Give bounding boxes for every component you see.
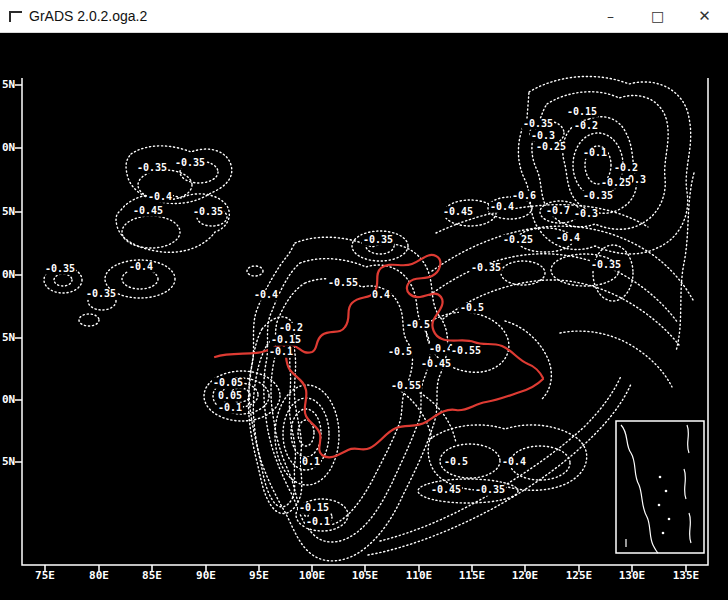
contour-label: -0.4 bbox=[147, 192, 173, 203]
x-axis-label: 80E bbox=[89, 569, 109, 582]
contour-label: -0.35 bbox=[136, 163, 168, 174]
x-axis-label: 85E bbox=[142, 569, 162, 582]
inset-coastline bbox=[621, 425, 658, 553]
contour-label: -0.5 bbox=[459, 303, 485, 314]
x-axis-label: 110E bbox=[406, 569, 433, 582]
contour-label: -0.5 bbox=[387, 347, 413, 358]
contour-label: -0.3 bbox=[530, 131, 556, 142]
contour-label: -0.15 bbox=[298, 503, 330, 514]
x-axis-label: 125E bbox=[566, 569, 593, 582]
y-axis-label: 5N bbox=[2, 205, 15, 218]
contour-label: -0.25 bbox=[535, 142, 567, 153]
y-axis-label: 0N bbox=[2, 141, 15, 154]
x-axis-label: 105E bbox=[352, 569, 379, 582]
contour-label: -0.45 bbox=[132, 206, 164, 217]
contour-label: -0.15 bbox=[270, 335, 302, 346]
contour-label: -0.45 bbox=[430, 485, 462, 496]
contour-label: -0.55 bbox=[390, 381, 422, 392]
contour-label: -0.1 bbox=[582, 148, 608, 159]
contour-label: -0.2 bbox=[573, 121, 599, 132]
contour-label: -0.4 bbox=[489, 202, 515, 213]
contour-label: -0.7 bbox=[545, 206, 571, 217]
contour-label: -0.1 bbox=[217, 403, 243, 414]
yellow-river-line bbox=[215, 255, 543, 378]
y-axis-label: 0N bbox=[2, 393, 15, 406]
x-axis-label: 115E bbox=[459, 569, 486, 582]
contour-label: -0.4 bbox=[555, 233, 581, 244]
contour-label: -0.25 bbox=[502, 235, 534, 246]
inset-islands-arc bbox=[684, 425, 691, 543]
contour-label: -0.35 bbox=[192, 207, 224, 218]
y-axis-label: 5N bbox=[2, 331, 15, 344]
x-axis-label: 135E bbox=[673, 569, 700, 582]
y-axis-label: 5N bbox=[2, 455, 15, 468]
contour-label: -0.4 bbox=[501, 457, 527, 468]
y-axis-label: 5N bbox=[2, 78, 15, 91]
contour-label: -0.1 bbox=[305, 517, 331, 528]
contour-label: -0.35 bbox=[474, 485, 506, 496]
contour-label: -0.4 bbox=[128, 262, 154, 273]
contour-label: 0.1 bbox=[301, 457, 321, 468]
contour-plot bbox=[0, 33, 728, 600]
window-title: GrADS 2.0.2.oga.2 bbox=[29, 8, 147, 24]
contour-label: -0.05 bbox=[212, 378, 244, 389]
contour-label: -0.4 bbox=[253, 290, 279, 301]
contour-label: -0.35 bbox=[44, 264, 76, 275]
close-button[interactable]: ✕ bbox=[681, 0, 728, 32]
y-axis-label: 0N bbox=[2, 268, 15, 281]
contour-label: 0.05 bbox=[217, 391, 243, 402]
contour-label: -0.25 bbox=[600, 178, 632, 189]
x-axis-label: 95E bbox=[249, 569, 269, 582]
x-axis-label: 100E bbox=[299, 569, 326, 582]
contour-label: -0.6 bbox=[511, 191, 537, 202]
river-lines bbox=[215, 255, 543, 457]
contour-label: -0.55 bbox=[450, 346, 482, 357]
x-axis-label: 75E bbox=[35, 569, 55, 582]
x-axis-label: 90E bbox=[196, 569, 216, 582]
contour-label: -0.1 bbox=[268, 347, 294, 358]
plot-canvas[interactable]: 5N0N5N0N5N0N5N75E80E85E90E95E100E105E110… bbox=[0, 33, 728, 600]
contour-label: -0.55 bbox=[327, 278, 359, 289]
contour-label: -0.35 bbox=[470, 263, 502, 274]
contour-label: 0.4 bbox=[371, 290, 391, 301]
contour-label: -0.35 bbox=[582, 191, 614, 202]
contour-label: -0.35 bbox=[362, 235, 394, 246]
contour-label: -0.35 bbox=[590, 260, 622, 271]
inset-map bbox=[616, 421, 704, 553]
x-axis-label: 120E bbox=[512, 569, 539, 582]
contour-label: -0.5 bbox=[443, 457, 469, 468]
contour-label: -0.2 bbox=[278, 323, 304, 334]
contour-label: -0.35 bbox=[522, 119, 554, 130]
contour-label: -0.45 bbox=[442, 207, 474, 218]
contour-label: -0.45 bbox=[420, 359, 452, 370]
contour-label: -0.35 bbox=[174, 158, 206, 169]
contour-label: -0.3 bbox=[573, 209, 599, 220]
title-bar: GrADS 2.0.2.oga.2 – □ ✕ bbox=[0, 0, 728, 33]
contour-label: -0.15 bbox=[566, 107, 598, 118]
x-axis-label: 130E bbox=[619, 569, 646, 582]
minimize-button[interactable]: – bbox=[587, 0, 634, 32]
grads-window: GrADS 2.0.2.oga.2 – □ ✕ bbox=[0, 0, 728, 600]
contour-label: -0.35 bbox=[85, 289, 117, 300]
app-icon bbox=[9, 11, 22, 22]
contour-label: -0.5 bbox=[405, 320, 431, 331]
contour-label: -0.2 bbox=[613, 163, 639, 174]
window-controls: – □ ✕ bbox=[587, 0, 728, 32]
maximize-button[interactable]: □ bbox=[634, 0, 681, 32]
